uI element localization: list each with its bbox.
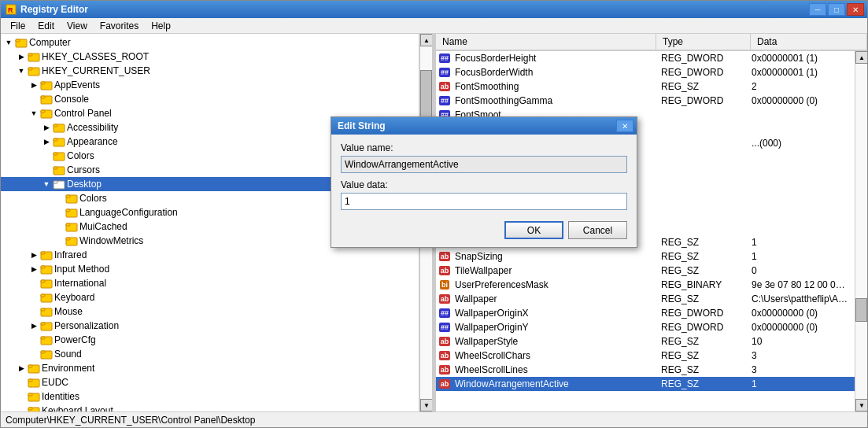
menu-view[interactable]: View — [61, 19, 94, 33]
expander-desktop[interactable]: ▼ — [40, 178, 53, 190]
dialog-body: Value name: Value data: OK Cancel — [331, 135, 637, 247]
reg-row-type: REG_SZ — [658, 81, 748, 92]
tree-node-appevents[interactable]: ▶ AppEvents — [1, 78, 419, 92]
svg-rect-55 — [28, 408, 32, 410]
dword-icon: ## — [439, 68, 450, 77]
table-row[interactable]: ab WallpaperStyle REG_SZ 10 — [436, 334, 855, 349]
tree-label-environment: Environment — [42, 363, 94, 374]
table-row[interactable]: ab SnapSizing REG_SZ 1 — [436, 249, 855, 264]
svg-rect-3 — [16, 39, 20, 42]
tree-node-personalization[interactable]: ▶ Personalization — [1, 319, 419, 333]
tree-node-hkcr[interactable]: ▶ HKEY_CLASSES_ROOT — [1, 50, 419, 64]
dialog-ok-button[interactable]: OK — [504, 221, 563, 239]
table-row[interactable]: ab TileWallpaper REG_SZ 0 — [436, 264, 855, 278]
svg-rect-17 — [54, 138, 57, 141]
maximize-button[interactable]: □ — [828, 3, 845, 16]
expander-appearance[interactable]: ▶ — [40, 135, 53, 148]
table-row[interactable]: ab FontSmoothing REG_SZ 2 — [436, 79, 855, 94]
tree-label-muicached: MuiCached — [79, 221, 127, 232]
expander-control-panel[interactable]: ▼ — [28, 107, 40, 120]
table-row[interactable]: ab Wallpaper REG_SZ C:\Users\pattheflip\… — [436, 292, 855, 306]
table-row[interactable]: ## FocusBorderHeight REG_DWORD 0x0000000… — [436, 51, 855, 65]
menu-file[interactable]: File — [4, 19, 31, 33]
menu-favorites[interactable]: Favorites — [94, 19, 145, 33]
reg-row-type: REG_DWORD — [658, 67, 748, 78]
dialog-cancel-button[interactable]: Cancel — [568, 221, 627, 239]
reg-row-icon: ab — [438, 252, 452, 261]
expander-hkcr[interactable]: ▶ — [15, 50, 28, 63]
table-row[interactable]: ## FontSmoothingGamma REG_DWORD 0x000000… — [436, 94, 855, 108]
expander-computer[interactable]: ▼ — [2, 36, 15, 49]
value-data-input[interactable] — [341, 193, 627, 210]
tree-node-identities[interactable]: ▶ Identities — [1, 389, 419, 404]
edit-string-dialog[interactable]: Edit String ✕ Value name: Value data: OK… — [331, 116, 637, 248]
tree-node-hkcu[interactable]: ▼ HKEY_CURRENT_USER — [1, 64, 419, 78]
tree-node-mouse[interactable]: ▶ Mouse — [1, 304, 419, 319]
svg-rect-5 — [28, 54, 32, 56]
registry-scroll-thumb[interactable] — [855, 298, 867, 322]
reg-row-type: REG_SZ — [658, 350, 748, 361]
tree-node-infrared[interactable]: ▶ Infrared — [1, 248, 419, 262]
tree-node-international[interactable]: ▶ International — [1, 276, 419, 290]
expander-accessibility[interactable]: ▶ — [40, 121, 53, 134]
reg-row-name: WallpaperOriginY — [452, 322, 658, 333]
tree-node-powercfg[interactable]: ▶ PowerCfg — [1, 333, 419, 347]
menu-edit[interactable]: Edit — [31, 19, 61, 33]
table-row[interactable]: ab WindowArrangementActive REG_SZ 1 — [436, 377, 855, 391]
dword-icon: ## — [439, 54, 450, 63]
folder-icon-muicached — [65, 221, 78, 232]
menu-help[interactable]: Help — [145, 19, 177, 33]
col-header-name: Name — [436, 34, 656, 50]
table-row[interactable]: ## FocusBorderWidth REG_DWORD 0x00000001… — [436, 65, 855, 79]
tree-node-computer[interactable]: ▼ Computer — [1, 35, 419, 50]
table-row[interactable]: bi UserPreferencesMask REG_BINARY 9e 3e … — [436, 278, 855, 292]
registry-scroll-track[interactable] — [855, 64, 867, 399]
minimize-button[interactable]: ─ — [809, 3, 826, 16]
svg-rect-35 — [41, 266, 45, 268]
expander-infrared[interactable]: ▶ — [28, 249, 40, 261]
tree-scroll-up[interactable]: ▲ — [420, 34, 433, 46]
table-row[interactable]: ab WheelScrollChars REG_SZ 3 — [436, 349, 855, 363]
reg-row-icon: ab — [438, 82, 452, 91]
tree-node-keyboard-layout[interactable]: ▶ Keyboard Layout — [1, 404, 419, 411]
title-bar-controls: ─ □ ✕ — [809, 3, 864, 16]
binary-icon: bi — [440, 280, 449, 290]
dialog-close-button[interactable]: ✕ — [616, 120, 633, 132]
reg-row-icon: ab — [438, 379, 452, 389]
reg-row-type: REG_SZ — [658, 237, 748, 248]
reg-row-type: REG_SZ — [658, 251, 748, 262]
registry-scrollbar[interactable]: ▲ ▼ — [855, 51, 867, 411]
folder-icon-input-method — [40, 264, 53, 275]
tree-label-personalization: Personalization — [54, 320, 119, 331]
tree-label-appevents: AppEvents — [54, 79, 100, 90]
registry-scroll-down[interactable]: ▼ — [855, 399, 867, 411]
tree-node-eudc[interactable]: ▶ EUDC — [1, 375, 419, 389]
expander-appevents[interactable]: ▶ — [28, 79, 40, 91]
tree-scroll-down[interactable]: ▼ — [420, 399, 433, 411]
expander-environment[interactable]: ▶ — [15, 362, 28, 374]
tree-node-sound[interactable]: ▶ Sound — [1, 347, 419, 361]
svg-rect-39 — [41, 294, 45, 297]
tree-node-environment[interactable]: ▶ Environment — [1, 361, 419, 375]
registry-scroll-up[interactable]: ▲ — [855, 51, 867, 64]
dialog-buttons: OK Cancel — [341, 221, 627, 239]
folder-icon-window-metrics — [65, 235, 78, 246]
table-row[interactable]: ## WallpaperOriginX REG_DWORD 0x00000000… — [436, 306, 855, 320]
reg-row-data: 10 — [748, 336, 853, 347]
close-button[interactable]: ✕ — [847, 3, 864, 16]
expander-personalization[interactable]: ▶ — [28, 319, 40, 332]
reg-row-type: REG_SZ — [658, 265, 748, 276]
expander-hkcu[interactable]: ▼ — [15, 65, 28, 77]
tree-node-keyboard[interactable]: ▶ Keyboard — [1, 290, 419, 304]
tree-scroll-thumb[interactable] — [420, 70, 432, 117]
value-name-input[interactable] — [341, 156, 627, 173]
table-row[interactable]: ## WallpaperOriginY REG_DWORD 0x00000000… — [436, 320, 855, 334]
col-header-data: Data — [751, 34, 867, 50]
svg-rect-25 — [66, 195, 70, 197]
expander-input-method[interactable]: ▶ — [28, 263, 40, 275]
folder-icon-language-config — [65, 207, 78, 218]
tree-node-input-method[interactable]: ▶ Input Method — [1, 262, 419, 276]
tree-node-console[interactable]: ▶ Console — [1, 92, 419, 106]
ab-icon: ab — [439, 351, 451, 360]
table-row[interactable]: ab WheelScrollLines REG_SZ 3 — [436, 363, 855, 377]
